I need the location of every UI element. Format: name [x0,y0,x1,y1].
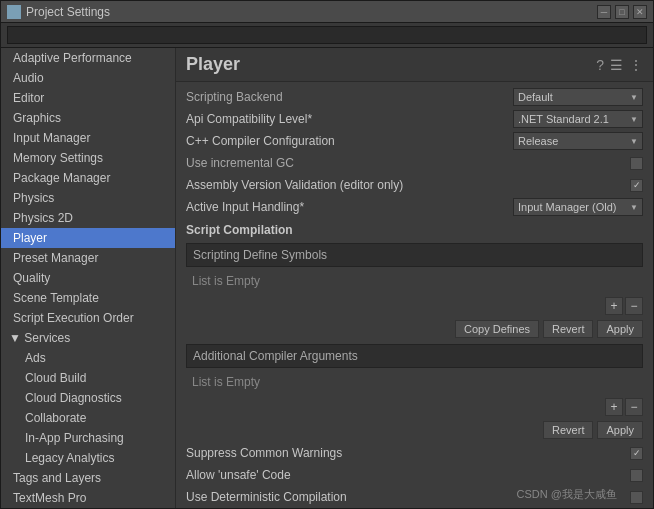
revert-button-1[interactable]: Revert [543,320,593,338]
title-bar-controls: ─ □ ✕ [597,5,647,19]
cpp-compiler-dropdown[interactable]: Release ▼ [513,132,643,150]
search-bar [1,23,653,48]
title-bar-text: Project Settings [26,5,597,19]
use-incremental-gc-checkbox[interactable] [630,157,643,170]
copy-defines-btn-row: Copy Defines Revert Apply [176,317,653,341]
sidebar-item-graphics[interactable]: Graphics [1,108,175,128]
sidebar-item-physics[interactable]: Physics [1,188,175,208]
allow-unsafe-label: Allow 'unsafe' Code [186,468,630,482]
scripting-backend-value: Default ▼ [513,88,643,106]
allow-unsafe-value [630,469,643,482]
cpp-compiler-label: C++ Compiler Configuration [186,134,513,148]
list-is-empty-1: List is Empty [186,270,643,292]
active-input-value: Input Manager (Old) ▼ [513,198,643,216]
use-incremental-gc-value [630,157,643,170]
cpp-compiler-row: C++ Compiler Configuration Release ▼ [176,130,653,152]
scripting-define-symbols-box: Scripting Define Symbols [186,243,643,267]
sidebar-item-audio[interactable]: Audio [1,68,175,88]
allow-unsafe-checkbox[interactable] [630,469,643,482]
search-input[interactable] [7,26,647,44]
title-bar: Project Settings ─ □ ✕ [1,1,653,23]
close-button[interactable]: ✕ [633,5,647,19]
sidebar-item-collaborate[interactable]: Collaborate [1,408,175,428]
maximize-button[interactable]: □ [615,5,629,19]
sidebar-item-input-manager[interactable]: Input Manager [1,128,175,148]
api-compat-dropdown[interactable]: .NET Standard 2.1 ▼ [513,110,643,128]
sidebar-item-cloud-build[interactable]: Cloud Build [1,368,175,388]
sidebar-item-physics-2d[interactable]: Physics 2D [1,208,175,228]
sidebar-item-quality[interactable]: Quality [1,268,175,288]
sidebar-item-textmesh-pro[interactable]: TextMesh Pro [1,488,175,508]
sidebar-item-in-app-purchasing[interactable]: In-App Purchasing [1,428,175,448]
minimize-button[interactable]: ─ [597,5,611,19]
add-compiler-arg-button[interactable]: + [605,398,623,416]
scripting-backend-dropdown[interactable]: Default ▼ [513,88,643,106]
suppress-warnings-label: Suppress Common Warnings [186,446,630,460]
plus-minus-row-1: + − [176,295,653,317]
additional-compiler-box: Additional Compiler Arguments [186,344,643,368]
sidebar-item-preset-manager[interactable]: Preset Manager [1,248,175,268]
help-icon[interactable]: ? [596,57,604,73]
sidebar-item-ads[interactable]: Ads [1,348,175,368]
deterministic-label: Use Deterministic Compilation [186,490,630,504]
active-input-row: Active Input Handling* Input Manager (Ol… [176,196,653,218]
sidebar-item-scene-template[interactable]: Scene Template [1,288,175,308]
scrollable-content: Scripting Backend Default ▼ Api Compatib… [176,82,653,508]
assembly-version-value [630,179,643,192]
scripting-backend-dropdown-arrow: ▼ [630,93,638,102]
use-incremental-gc-row: Use incremental GC [176,152,653,174]
sidebar-item-memory-settings[interactable]: Memory Settings [1,148,175,168]
settings-icon[interactable]: ☰ [610,57,623,73]
cpp-compiler-value: Release ▼ [513,132,643,150]
sidebar-item-package-manager[interactable]: Package Manager [1,168,175,188]
list-is-empty-2: List is Empty [186,371,643,393]
allow-unsafe-row: Allow 'unsafe' Code [176,464,653,486]
sidebar-item-tags-and-layers[interactable]: Tags and Layers [1,468,175,488]
content-title: Player [186,54,596,75]
deterministic-value [630,491,643,504]
script-compilation-title: Script Compilation [176,218,653,240]
content-wrapper: Player ? ☰ ⋮ Scripting Backend Default ▼ [176,48,653,508]
api-compat-label: Api Compatibility Level* [186,112,513,126]
assembly-version-label: Assembly Version Validation (editor only… [186,178,630,192]
active-input-label: Active Input Handling* [186,200,513,214]
use-incremental-gc-label: Use incremental GC [186,156,630,170]
sidebar-item-script-execution-order[interactable]: Script Execution Order [1,308,175,328]
sidebar-item-player[interactable]: Player [1,228,175,248]
api-compat-dropdown-arrow: ▼ [630,115,638,124]
apply-button-1[interactable]: Apply [597,320,643,338]
deterministic-checkbox[interactable] [630,491,643,504]
apply-button-2[interactable]: Apply [597,421,643,439]
more-icon[interactable]: ⋮ [629,57,643,73]
remove-define-button[interactable]: − [625,297,643,315]
add-define-button[interactable]: + [605,297,623,315]
project-settings-window: Project Settings ─ □ ✕ Adaptive Performa… [0,0,654,509]
content-header: Player ? ☰ ⋮ [176,48,653,82]
sidebar-item-legacy-analytics[interactable]: Legacy Analytics [1,448,175,468]
header-icons: ? ☰ ⋮ [596,57,643,73]
assembly-version-row: Assembly Version Validation (editor only… [176,174,653,196]
remove-compiler-arg-button[interactable]: − [625,398,643,416]
cpp-compiler-dropdown-arrow: ▼ [630,137,638,146]
active-input-dropdown[interactable]: Input Manager (Old) ▼ [513,198,643,216]
suppress-warnings-value [630,447,643,460]
sidebar-item-cloud-diagnostics[interactable]: Cloud Diagnostics [1,388,175,408]
revert-apply-btn-row-2: Revert Apply [176,418,653,442]
sidebar-item-adaptive-performance[interactable]: Adaptive Performance [1,48,175,68]
window-icon [7,5,21,19]
scripting-backend-row: Scripting Backend Default ▼ [176,86,653,108]
deterministic-row: Use Deterministic Compilation [176,486,653,508]
api-compat-row: Api Compatibility Level* .NET Standard 2… [176,108,653,130]
sidebar: Adaptive Performance Audio Editor Graphi… [1,48,176,508]
plus-minus-row-2: + − [176,396,653,418]
api-compat-value: .NET Standard 2.1 ▼ [513,110,643,128]
revert-button-2[interactable]: Revert [543,421,593,439]
additional-compiler-label: Additional Compiler Arguments [193,349,358,363]
sidebar-item-editor[interactable]: Editor [1,88,175,108]
scripting-backend-label: Scripting Backend [186,90,513,104]
suppress-warnings-checkbox[interactable] [630,447,643,460]
sidebar-item-services[interactable]: ▼ Services [1,328,175,348]
copy-defines-button[interactable]: Copy Defines [455,320,539,338]
assembly-version-checkbox[interactable] [630,179,643,192]
main-content: Adaptive Performance Audio Editor Graphi… [1,48,653,508]
